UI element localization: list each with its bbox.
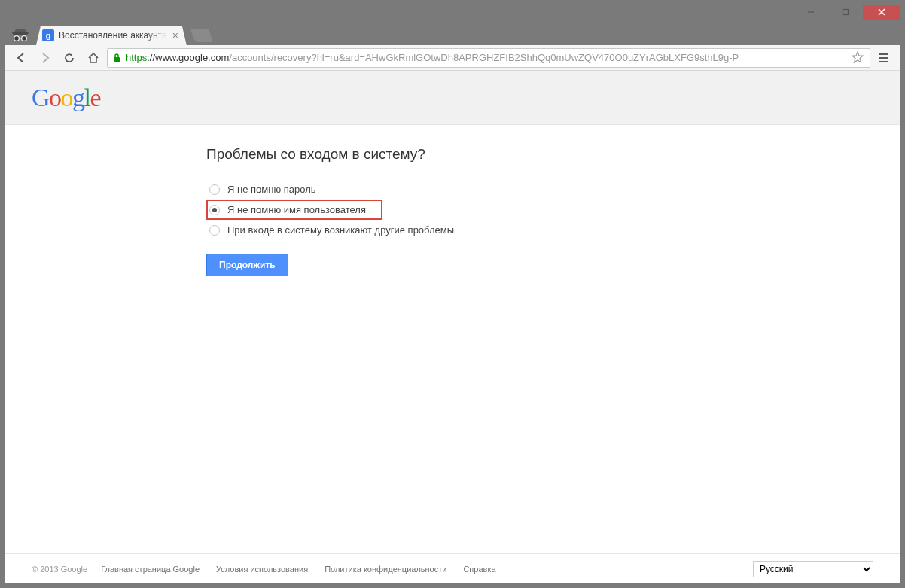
browser-tab[interactable]: g Восстановление аккаунта × xyxy=(36,26,187,45)
tab-close-icon[interactable]: × xyxy=(170,30,181,41)
tab-title: Восстановление аккаунта xyxy=(59,30,167,41)
radio-icon xyxy=(209,184,220,195)
window-titlebar xyxy=(5,5,900,23)
recovery-options: Я не помню пароль Я не помню имя пользов… xyxy=(206,179,900,240)
language-select[interactable]: Русский xyxy=(753,561,873,577)
svg-rect-10 xyxy=(114,57,120,62)
svg-point-8 xyxy=(22,36,26,40)
continue-button[interactable]: Продолжить xyxy=(206,254,288,276)
reload-button[interactable] xyxy=(59,47,80,69)
option-other-problems[interactable]: При входе в систему возникают другие про… xyxy=(206,220,457,240)
option-label: При входе в систему возникают другие про… xyxy=(227,224,454,236)
page-header: Google xyxy=(5,71,900,125)
copyright-text: © 2013 Google xyxy=(32,565,87,574)
footer-link-privacy[interactable]: Политика конфиденциальности xyxy=(325,565,446,574)
option-label: Я не помню пароль xyxy=(227,184,316,195)
svg-point-7 xyxy=(14,36,18,40)
forward-button[interactable] xyxy=(35,47,56,69)
bookmark-star-icon[interactable] xyxy=(852,51,865,65)
tab-strip: g Восстановление аккаунта × xyxy=(5,23,900,45)
browser-toolbar: https://www.google.com/accounts/recovery… xyxy=(5,45,900,71)
url-text: https://www.google.com/accounts/recovery… xyxy=(126,52,847,63)
option-forgot-username[interactable]: Я не помню имя пользователя xyxy=(206,200,382,220)
back-button[interactable] xyxy=(11,47,32,69)
page-content: Google Проблемы со входом в систему? Я н… xyxy=(5,71,900,583)
option-label: Я не помню имя пользователя xyxy=(227,204,366,215)
svg-rect-1 xyxy=(843,10,849,15)
incognito-icon xyxy=(9,26,32,45)
page-heading: Проблемы со входом в систему? xyxy=(206,146,900,163)
radio-icon xyxy=(209,225,220,236)
footer-link-terms[interactable]: Условия использования xyxy=(216,565,308,574)
tab-favicon: g xyxy=(42,29,54,41)
window-maximize-button[interactable] xyxy=(828,5,863,20)
radio-icon xyxy=(209,205,220,215)
lock-icon xyxy=(112,53,121,63)
window-close-button[interactable] xyxy=(863,5,900,20)
page-footer: © 2013 Google Главная страница Google Ус… xyxy=(5,553,900,583)
footer-link-help[interactable]: Справка xyxy=(463,565,495,574)
google-logo: Google xyxy=(32,84,100,112)
footer-link-home[interactable]: Главная страница Google xyxy=(101,565,200,574)
home-button[interactable] xyxy=(83,47,104,69)
window-minimize-button[interactable] xyxy=(794,5,828,20)
address-bar[interactable]: https://www.google.com/accounts/recovery… xyxy=(107,48,870,68)
chrome-menu-button[interactable] xyxy=(873,47,894,69)
option-forgot-password[interactable]: Я не помню пароль xyxy=(206,179,319,200)
new-tab-button[interactable] xyxy=(190,29,213,42)
